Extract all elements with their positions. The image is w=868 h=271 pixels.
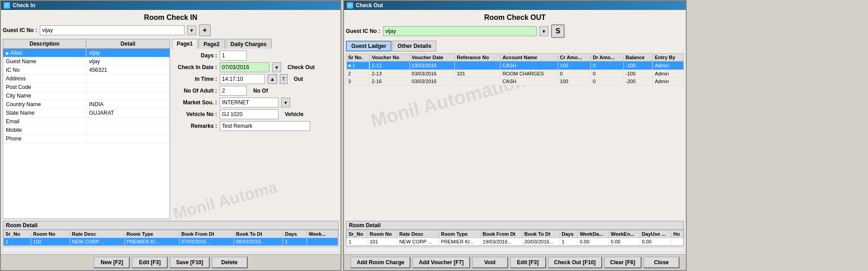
- delete-button[interactable]: Delete: [212, 257, 248, 268]
- guest-ic-dropdown-right[interactable]: ▼: [539, 26, 548, 36]
- edit-button[interactable]: Edit [F3]: [132, 257, 168, 268]
- detail-row[interactable]: Email: [3, 117, 170, 126]
- room-detail-section-left: Room Detail Sr_No Room No Rate Desc Room…: [3, 221, 339, 246]
- search-s-button[interactable]: S: [551, 24, 565, 38]
- market-input[interactable]: [220, 98, 278, 107]
- detail-row[interactable]: City Name: [3, 92, 170, 100]
- detail-row[interactable]: IC No 456321: [3, 66, 170, 75]
- ledger-tabs: Guest Ladger Other Details: [346, 41, 684, 51]
- remarks-input[interactable]: [220, 121, 310, 131]
- col-entryby: Entry By: [653, 54, 684, 61]
- guest-ic-input-right[interactable]: [383, 26, 537, 36]
- hscroll-right[interactable]: [346, 247, 684, 252]
- checkout-label: Check Out: [288, 64, 315, 70]
- new-button[interactable]: New [F2]: [94, 257, 130, 268]
- col-balance: Balance: [623, 54, 653, 61]
- tab-guest-ledger[interactable]: Guest Ladger: [346, 41, 392, 51]
- guest-ic-label-right: Guest IC No :: [346, 28, 380, 34]
- tab-daily-charges[interactable]: Daily Charges: [226, 39, 272, 49]
- guest-ic-label-left: Guest IC No :: [3, 27, 37, 33]
- tab-page2[interactable]: Page2: [198, 39, 224, 49]
- col-r-bookto: Book To Dt: [522, 230, 560, 238]
- save-button[interactable]: Save [F10]: [170, 257, 209, 268]
- guest-ic-input-left[interactable]: [40, 25, 184, 35]
- col-r-ho: Ho: [671, 230, 684, 238]
- detail-row[interactable]: Mobile: [3, 126, 170, 135]
- detail-row[interactable]: State Name GUJARAT: [3, 109, 170, 117]
- detail-panel: Description Detail ▶ Alias vijay Guest: [3, 39, 170, 219]
- footer-right: Add Room Charge Add Voucher [F7] Void Ed…: [344, 254, 686, 270]
- col-dramo: Dr Amo...: [591, 54, 624, 61]
- hscroll-left[interactable]: [3, 247, 339, 252]
- days-label: Days :: [172, 52, 217, 59]
- col-srno: Sr_No: [4, 230, 31, 238]
- col-ratedesc: Rate Desc: [70, 230, 125, 238]
- desc-header: Description: [3, 39, 86, 48]
- remarks-label: Remarks :: [172, 123, 217, 129]
- detail-header: Detail: [86, 39, 170, 48]
- edit-button-right[interactable]: Edit [F3]: [510, 257, 546, 268]
- room-detail-title-right: Room Detail: [346, 221, 684, 230]
- col-cramo: Cr Amo...: [558, 54, 591, 61]
- room-detail-table-right: Sr_No Room No Rate Desc Room Type Book F…: [346, 230, 684, 246]
- col-r-dayuse: DayUse ...: [640, 230, 671, 238]
- detail-row[interactable]: Phone: [3, 135, 170, 143]
- checkout-window: ✓ Check Out Room Check OUT Guest IC No :…: [343, 0, 687, 271]
- vehicle2-label: Vehicle: [285, 111, 303, 117]
- checkin-date-label: Check In Date :: [172, 64, 217, 70]
- watermark-left: Monil Automa: [171, 178, 279, 219]
- checkin-date-dropdown[interactable]: ▼: [272, 62, 281, 72]
- col-r-ratedesc: Rate Desc: [397, 230, 439, 238]
- no-of-label: No Of: [253, 88, 268, 94]
- detail-row[interactable]: Guest Name vijay: [3, 57, 170, 66]
- col-r-days: Days: [560, 230, 578, 238]
- detail-row[interactable]: Address: [3, 75, 170, 83]
- footer-left: New [F2] Edit [F3] Save [F10] Delete: [1, 254, 340, 270]
- checkin-icon: ✓: [4, 2, 10, 9]
- ledger-row[interactable]: 3 2-16 03/03/2016 CASH 100 0 -200 Admin: [346, 78, 684, 85]
- col-refno: Referance No: [455, 54, 500, 61]
- close-button[interactable]: Close: [643, 257, 679, 268]
- add-voucher-button[interactable]: Add Voucher [F7]: [412, 257, 470, 268]
- guest-ic-dropdown-left[interactable]: ▼: [187, 25, 196, 35]
- vehicle-input[interactable]: [220, 109, 278, 119]
- adult-input[interactable]: [220, 86, 247, 96]
- checkin-date-input[interactable]: [220, 62, 269, 72]
- checkin-section-title: Room Check IN: [3, 14, 339, 22]
- col-r-weekda: WeekDa...: [578, 230, 609, 238]
- tab-bar: Page1 Page2 Daily Charges: [172, 39, 339, 49]
- tab-page1[interactable]: Page1: [172, 39, 198, 49]
- void-button[interactable]: Void: [472, 257, 508, 268]
- room-detail-row-right[interactable]: 1 101 NEW CORP ... PREMIER KI... 19/03/2…: [347, 238, 684, 246]
- checkout-button[interactable]: Check Out [F10]: [548, 257, 602, 268]
- row-arrow: ▶: [349, 63, 352, 68]
- days-input[interactable]: [220, 51, 247, 61]
- detail-row[interactable]: ▶ Alias vijay: [3, 49, 170, 57]
- clear-button[interactable]: Clear [F6]: [604, 257, 642, 268]
- detail-body: ▶ Alias vijay Guest Name vijay IC No 456…: [3, 49, 170, 219]
- detail-row[interactable]: Country Name INDIA: [3, 100, 170, 109]
- ledger-table-container: Sr No. Voucher No Voucher Date Referance…: [346, 53, 684, 85]
- detail-row[interactable]: Post Code: [3, 83, 170, 92]
- add-guest-button[interactable]: +: [199, 24, 211, 36]
- market-dropdown[interactable]: ▼: [281, 98, 290, 107]
- intime-t-button[interactable]: T: [280, 74, 288, 84]
- market-label: Market Sou. :: [172, 99, 217, 106]
- adult-label: No Of Adult :: [172, 88, 217, 94]
- col-bookfrom: Book From Dt: [179, 230, 234, 238]
- add-room-charge-button[interactable]: Add Room Charge: [350, 257, 410, 268]
- col-r-srno: Sr_No: [347, 230, 368, 238]
- ledger-row[interactable]: 2 2-13 03/03/2016 101 ROOM CHARGES 0 0 -…: [346, 70, 684, 78]
- checkin-titlebar: ✓ Check In: [1, 1, 340, 10]
- intime-spinner-up[interactable]: ▲: [268, 74, 277, 84]
- intime-input[interactable]: [220, 74, 265, 84]
- vehicle-label: Vehicle No :: [172, 111, 217, 117]
- tab-other-details[interactable]: Other Details: [392, 41, 436, 51]
- room-detail-row[interactable]: 1 102 NEW CORP ... PREMIER KI... 07/03/2…: [4, 238, 338, 246]
- form-grid: Days : Check In Date : ▼ Check Out In Ti…: [172, 51, 339, 131]
- ledger-row[interactable]: ▶ 1 2-12 03/03/2016 CASH 100 0 -100 Admi…: [346, 61, 684, 70]
- room-detail-section-right: Room Detail Sr_No Room No Rate Desc Room…: [346, 221, 684, 246]
- right-form-panel: Page1 Page2 Daily Charges Days : Check I…: [172, 39, 339, 219]
- col-r-roomtype: Room Type: [439, 230, 481, 238]
- arrow-icon: ▶: [6, 51, 9, 56]
